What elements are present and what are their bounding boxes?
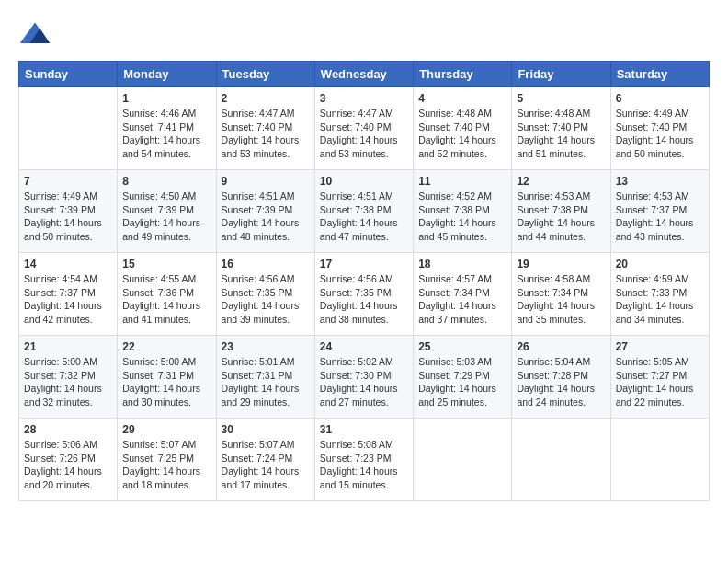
cell-content: Sunrise: 4:49 AM Sunset: 7:40 PM Dayligh… [616, 107, 704, 161]
col-header-sunday: Sunday [19, 62, 118, 87]
day-number: 7 [24, 175, 112, 188]
day-number: 4 [418, 92, 506, 105]
day-number: 8 [122, 175, 210, 188]
week-row-4: 21Sunrise: 5:00 AM Sunset: 7:32 PM Dayli… [19, 336, 710, 419]
day-number: 9 [222, 175, 310, 188]
calendar-cell: 21Sunrise: 5:00 AM Sunset: 7:32 PM Dayli… [19, 336, 118, 419]
cell-content: Sunrise: 4:47 AM Sunset: 7:40 PM Dayligh… [320, 107, 408, 161]
day-number: 25 [418, 340, 506, 353]
day-number: 22 [122, 340, 210, 353]
day-number: 15 [122, 258, 210, 270]
cell-content: Sunrise: 4:55 AM Sunset: 7:36 PM Dayligh… [122, 272, 210, 327]
day-number: 20 [616, 258, 704, 270]
day-number: 28 [24, 423, 112, 436]
cell-content: Sunrise: 4:52 AM Sunset: 7:38 PM Dayligh… [418, 190, 506, 244]
cell-content: Sunrise: 5:06 AM Sunset: 7:26 PM Dayligh… [24, 438, 112, 492]
calendar-cell: 1Sunrise: 4:46 AM Sunset: 7:41 PM Daylig… [118, 87, 216, 170]
calendar-cell: 12Sunrise: 4:53 AM Sunset: 7:38 PM Dayli… [512, 170, 610, 253]
week-row-3: 14Sunrise: 4:54 AM Sunset: 7:37 PM Dayli… [19, 253, 710, 336]
cell-content: Sunrise: 4:48 AM Sunset: 7:40 PM Dayligh… [517, 107, 605, 161]
calendar-cell: 18Sunrise: 4:57 AM Sunset: 7:34 PM Dayli… [414, 253, 512, 336]
cell-content: Sunrise: 5:04 AM Sunset: 7:28 PM Dayligh… [517, 355, 605, 409]
calendar-cell: 31Sunrise: 5:08 AM Sunset: 7:23 PM Dayli… [314, 419, 413, 501]
calendar-cell: 10Sunrise: 4:51 AM Sunset: 7:38 PM Dayli… [314, 170, 413, 253]
calendar-cell: 19Sunrise: 4:58 AM Sunset: 7:34 PM Dayli… [512, 253, 610, 336]
col-header-friday: Friday [512, 62, 610, 87]
day-number: 3 [320, 92, 408, 105]
day-number: 1 [122, 92, 210, 105]
day-number: 12 [517, 175, 605, 188]
cell-content: Sunrise: 4:48 AM Sunset: 7:40 PM Dayligh… [418, 107, 506, 161]
day-number: 16 [222, 258, 310, 270]
calendar-cell: 9Sunrise: 4:51 AM Sunset: 7:39 PM Daylig… [216, 170, 314, 253]
calendar-cell: 3Sunrise: 4:47 AM Sunset: 7:40 PM Daylig… [314, 87, 413, 170]
cell-content: Sunrise: 4:57 AM Sunset: 7:34 PM Dayligh… [418, 272, 506, 327]
cell-content: Sunrise: 4:59 AM Sunset: 7:33 PM Dayligh… [616, 272, 704, 327]
calendar-cell [512, 419, 610, 501]
day-number: 10 [320, 175, 408, 188]
calendar-cell: 6Sunrise: 4:49 AM Sunset: 7:40 PM Daylig… [610, 87, 709, 170]
cell-content: Sunrise: 4:51 AM Sunset: 7:38 PM Dayligh… [320, 190, 408, 244]
day-number: 27 [616, 340, 704, 353]
calendar-cell: 16Sunrise: 4:56 AM Sunset: 7:35 PM Dayli… [216, 253, 314, 336]
day-number: 26 [517, 340, 605, 353]
cell-content: Sunrise: 5:08 AM Sunset: 7:23 PM Dayligh… [320, 438, 408, 492]
calendar-cell: 20Sunrise: 4:59 AM Sunset: 7:33 PM Dayli… [610, 253, 709, 336]
cell-content: Sunrise: 4:46 AM Sunset: 7:41 PM Dayligh… [122, 107, 210, 161]
calendar-cell [19, 87, 118, 170]
day-number: 5 [517, 92, 605, 105]
cell-content: Sunrise: 4:58 AM Sunset: 7:34 PM Dayligh… [517, 272, 605, 327]
cell-content: Sunrise: 5:02 AM Sunset: 7:30 PM Dayligh… [320, 355, 408, 409]
day-number: 23 [222, 340, 310, 353]
day-number: 24 [320, 340, 408, 353]
calendar-cell: 13Sunrise: 4:53 AM Sunset: 7:37 PM Dayli… [610, 170, 709, 253]
col-header-monday: Monday [118, 62, 216, 87]
calendar-cell: 30Sunrise: 5:07 AM Sunset: 7:24 PM Dayli… [216, 419, 314, 501]
week-row-1: 1Sunrise: 4:46 AM Sunset: 7:41 PM Daylig… [19, 87, 710, 170]
day-number: 17 [320, 258, 408, 270]
cell-content: Sunrise: 5:00 AM Sunset: 7:32 PM Dayligh… [24, 355, 112, 409]
cell-content: Sunrise: 4:53 AM Sunset: 7:37 PM Dayligh… [616, 190, 704, 244]
cell-content: Sunrise: 5:07 AM Sunset: 7:25 PM Dayligh… [122, 438, 210, 492]
calendar-cell: 24Sunrise: 5:02 AM Sunset: 7:30 PM Dayli… [314, 336, 413, 419]
day-number: 13 [616, 175, 704, 188]
col-header-wednesday: Wednesday [314, 62, 413, 87]
calendar-cell: 23Sunrise: 5:01 AM Sunset: 7:31 PM Dayli… [216, 336, 314, 419]
col-header-saturday: Saturday [610, 62, 709, 87]
week-row-5: 28Sunrise: 5:06 AM Sunset: 7:26 PM Dayli… [19, 419, 710, 501]
calendar-cell: 4Sunrise: 4:48 AM Sunset: 7:40 PM Daylig… [414, 87, 512, 170]
day-number: 21 [24, 340, 112, 353]
calendar-cell [414, 419, 512, 501]
calendar-cell: 17Sunrise: 4:56 AM Sunset: 7:35 PM Dayli… [314, 253, 413, 336]
page-header [18, 18, 710, 52]
day-number: 2 [222, 92, 310, 105]
calendar-cell: 26Sunrise: 5:04 AM Sunset: 7:28 PM Dayli… [512, 336, 610, 419]
col-header-thursday: Thursday [414, 62, 512, 87]
cell-content: Sunrise: 5:05 AM Sunset: 7:27 PM Dayligh… [616, 355, 704, 409]
week-row-2: 7Sunrise: 4:49 AM Sunset: 7:39 PM Daylig… [19, 170, 710, 253]
day-number: 31 [320, 423, 408, 436]
calendar-cell: 15Sunrise: 4:55 AM Sunset: 7:36 PM Dayli… [118, 253, 216, 336]
cell-content: Sunrise: 4:54 AM Sunset: 7:37 PM Dayligh… [24, 272, 112, 327]
day-number: 11 [418, 175, 506, 188]
cell-content: Sunrise: 4:47 AM Sunset: 7:40 PM Dayligh… [222, 107, 310, 161]
calendar-cell: 7Sunrise: 4:49 AM Sunset: 7:39 PM Daylig… [19, 170, 118, 253]
calendar-cell: 14Sunrise: 4:54 AM Sunset: 7:37 PM Dayli… [19, 253, 118, 336]
calendar-cell [610, 419, 709, 501]
calendar-cell: 22Sunrise: 5:00 AM Sunset: 7:31 PM Dayli… [118, 336, 216, 419]
logo [18, 18, 55, 52]
cell-content: Sunrise: 5:07 AM Sunset: 7:24 PM Dayligh… [222, 438, 310, 492]
cell-content: Sunrise: 5:03 AM Sunset: 7:29 PM Dayligh… [418, 355, 506, 409]
calendar-cell: 11Sunrise: 4:52 AM Sunset: 7:38 PM Dayli… [414, 170, 512, 253]
calendar-cell: 5Sunrise: 4:48 AM Sunset: 7:40 PM Daylig… [512, 87, 610, 170]
cell-content: Sunrise: 4:56 AM Sunset: 7:35 PM Dayligh… [222, 272, 310, 327]
day-number: 29 [122, 423, 210, 436]
cell-content: Sunrise: 4:56 AM Sunset: 7:35 PM Dayligh… [320, 272, 408, 327]
logo-icon [18, 18, 51, 52]
header-row: SundayMondayTuesdayWednesdayThursdayFrid… [19, 62, 710, 87]
cell-content: Sunrise: 4:50 AM Sunset: 7:39 PM Dayligh… [122, 190, 210, 244]
day-number: 6 [616, 92, 704, 105]
cell-content: Sunrise: 5:00 AM Sunset: 7:31 PM Dayligh… [122, 355, 210, 409]
calendar-cell: 28Sunrise: 5:06 AM Sunset: 7:26 PM Dayli… [19, 419, 118, 501]
cell-content: Sunrise: 4:53 AM Sunset: 7:38 PM Dayligh… [517, 190, 605, 244]
